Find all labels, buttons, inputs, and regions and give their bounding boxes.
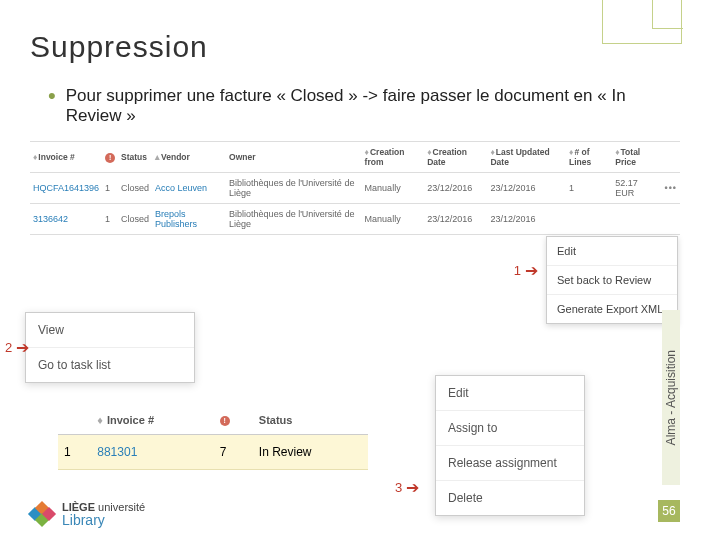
footer-logo: LIÈGE université Library <box>30 501 145 528</box>
page-title: Suppression <box>30 30 680 64</box>
col-lines[interactable]: ♦# of Lines <box>566 142 612 173</box>
bullet-item: • Pour supprimer une facture « Closed » … <box>48 86 680 126</box>
sort-icon: ♦ <box>615 147 619 157</box>
sort-icon: ♦ <box>365 147 369 157</box>
arrow-right-icon: ➔ <box>525 261 538 280</box>
menu-item-release-assignment[interactable]: Release assignment <box>436 446 584 481</box>
callout-marker-1: 1 ➔ <box>514 261 538 280</box>
col-creation-date[interactable]: ♦Creation Date <box>424 142 487 173</box>
col-updated[interactable]: ♦Last Updated Date <box>487 142 566 173</box>
decorative-corner <box>602 0 682 44</box>
callout-marker-3: 3 ➔ <box>395 478 419 497</box>
page-number: 56 <box>658 500 680 522</box>
callout-marker-2: 2 ➔ <box>5 338 29 357</box>
menu-item-view[interactable]: View <box>26 313 194 348</box>
bullet-text: Pour supprimer une facture « Closed » ->… <box>66 86 680 126</box>
sort-icon: ♦ <box>97 414 103 426</box>
invoices-table: ♦Invoice # ! Status ▴Vendor Owner ♦Creat… <box>30 141 680 235</box>
col-owner: Owner <box>226 142 362 173</box>
col-status[interactable]: Status <box>118 142 152 173</box>
col-alert: ! <box>102 142 118 173</box>
invoice-link[interactable]: 881301 <box>97 445 137 459</box>
menu-item-generate-export-xml[interactable]: Generate Export XML <box>547 295 677 323</box>
row-actions-menu: Edit Set back to Review Generate Export … <box>546 236 678 324</box>
menu-item-edit[interactable]: Edit <box>436 376 584 411</box>
review-table: ♦ Invoice # ! Status 1 881301 7 In Revie… <box>58 405 368 470</box>
vendor-link[interactable]: Brepols Publishers <box>155 209 197 229</box>
col-invoice[interactable]: ♦Invoice # <box>30 142 102 173</box>
col-vendor[interactable]: ▴Vendor <box>152 142 226 173</box>
alert-icon: ! <box>105 153 115 163</box>
invoice-link[interactable]: 3136642 <box>33 214 68 224</box>
menu-item-edit[interactable]: Edit <box>547 237 677 266</box>
row-actions-menu-2: Edit Assign to Release assignment Delete <box>435 375 585 516</box>
table-row: 3136642 1 Closed Brepols Publishers Bibl… <box>30 204 680 235</box>
sort-icon: ♦ <box>490 147 494 157</box>
table-row: 1 881301 7 In Review <box>58 435 368 470</box>
sidebar-label: Alma - Acquisition <box>662 310 680 485</box>
invoice-link[interactable]: HQCFA1641396 <box>33 183 99 193</box>
sort-icon: ▴ <box>155 152 160 162</box>
menu-item-delete[interactable]: Delete <box>436 481 584 515</box>
context-panel: View Go to task list <box>25 312 195 383</box>
col-total[interactable]: ♦Total Price <box>612 142 661 173</box>
sort-icon: ♦ <box>569 147 573 157</box>
row-actions-button[interactable]: ••• <box>664 183 676 193</box>
alert-icon: ! <box>220 416 230 426</box>
bullet-dot-icon: • <box>48 86 56 126</box>
col-creation-from[interactable]: ♦Creation from <box>362 142 425 173</box>
col-status[interactable]: Status <box>253 405 368 435</box>
menu-item-go-to-task-list[interactable]: Go to task list <box>26 348 194 382</box>
col-blank <box>58 405 91 435</box>
arrow-right-icon: ➔ <box>16 338 29 357</box>
sort-icon: ♦ <box>33 152 37 162</box>
logo-text: LIÈGE université Library <box>62 501 145 528</box>
menu-item-set-back-review[interactable]: Set back to Review <box>547 266 677 295</box>
col-alert: ! <box>214 405 253 435</box>
sort-icon: ♦ <box>427 147 431 157</box>
col-invoice[interactable]: ♦ Invoice # <box>91 405 213 435</box>
arrow-right-icon: ➔ <box>406 478 419 497</box>
table-row: HQCFA1641396 1 Closed Acco Leuven Biblio… <box>30 173 680 204</box>
menu-item-assign-to[interactable]: Assign to <box>436 411 584 446</box>
vendor-link[interactable]: Acco Leuven <box>155 183 207 193</box>
col-actions <box>661 142 680 173</box>
logo-icon <box>30 503 54 525</box>
